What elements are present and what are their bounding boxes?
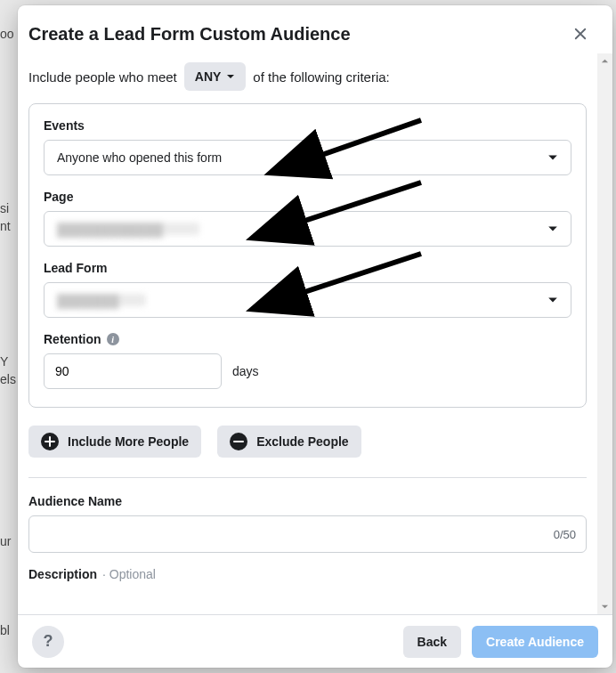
events-section: Events Anyone who opened this form [44, 118, 571, 175]
criteria-suffix: of the following criteria: [253, 69, 389, 85]
scrollbar[interactable] [597, 53, 612, 614]
modal-footer: ? Back Create Audience [18, 614, 612, 668]
caret-down-icon [226, 72, 235, 81]
modal-header: Create a Lead Form Custom Audience [18, 5, 612, 53]
scroll-up-icon[interactable] [597, 53, 612, 69]
create-audience-button[interactable]: Create Audience [472, 626, 598, 658]
page-section: Page ████████████ [44, 190, 571, 247]
criteria-prefix: Include people who meet [28, 69, 177, 85]
audience-name-label: Audience Name [28, 494, 587, 508]
exclude-people-button[interactable]: Exclude People [217, 426, 361, 458]
close-icon [572, 26, 588, 42]
retention-input[interactable] [44, 353, 222, 389]
caret-down-icon [547, 223, 558, 234]
lead-form-dropdown[interactable]: ███████ [44, 282, 571, 318]
plus-icon [41, 433, 59, 450]
modal-title: Create a Lead Form Custom Audience [28, 24, 351, 45]
back-button[interactable]: Back [403, 626, 461, 658]
retention-label: Retention i [44, 332, 571, 346]
lead-form-section: Lead Form ███████ [44, 261, 571, 318]
exclude-people-label: Exclude People [256, 434, 348, 449]
criteria-mode-label: ANY [195, 69, 222, 84]
lead-form-label: Lead Form [44, 261, 571, 275]
action-pills-row: Include More People Exclude People [28, 426, 587, 458]
events-label: Events [44, 118, 571, 133]
help-button[interactable]: ? [32, 626, 64, 658]
close-button[interactable] [566, 20, 595, 48]
page-dropdown[interactable]: ████████████ [44, 211, 571, 247]
minus-icon [230, 433, 247, 450]
info-icon[interactable]: i [107, 333, 119, 345]
events-selected-value: Anyone who opened this form [57, 150, 222, 165]
modal-body: Include people who meet ANY of the follo… [18, 53, 597, 614]
lead-form-selected-value: ███████ [57, 294, 146, 306]
description-optional-tag: · Optional [102, 567, 156, 581]
page-label: Page [44, 190, 571, 204]
retention-section: Retention i days [44, 332, 571, 389]
modal-lead-form-audience: Create a Lead Form Custom Audience Inclu… [18, 5, 612, 668]
retention-label-text: Retention [44, 332, 101, 346]
scroll-down-icon[interactable] [597, 599, 612, 614]
include-more-label: Include More People [68, 434, 189, 449]
description-label: Description · Optional [28, 567, 587, 581]
include-more-button[interactable]: Include More People [28, 426, 201, 458]
caret-down-icon [547, 295, 558, 305]
divider [28, 477, 587, 478]
audience-name-section: Audience Name 0/50 [28, 494, 587, 553]
criteria-card: Events Anyone who opened this form Page … [28, 103, 587, 408]
events-dropdown[interactable]: Anyone who opened this form [44, 140, 571, 175]
audience-name-counter: 0/50 [554, 528, 576, 541]
page-selected-value: ████████████ [57, 223, 199, 235]
description-label-text: Description [28, 567, 97, 581]
caret-down-icon [547, 152, 558, 163]
criteria-mode-dropdown[interactable]: ANY [184, 62, 247, 91]
description-section: Description · Optional [28, 567, 587, 581]
audience-name-input[interactable] [28, 515, 587, 553]
retention-unit: days [232, 364, 259, 378]
criteria-line: Include people who meet ANY of the follo… [28, 59, 587, 103]
